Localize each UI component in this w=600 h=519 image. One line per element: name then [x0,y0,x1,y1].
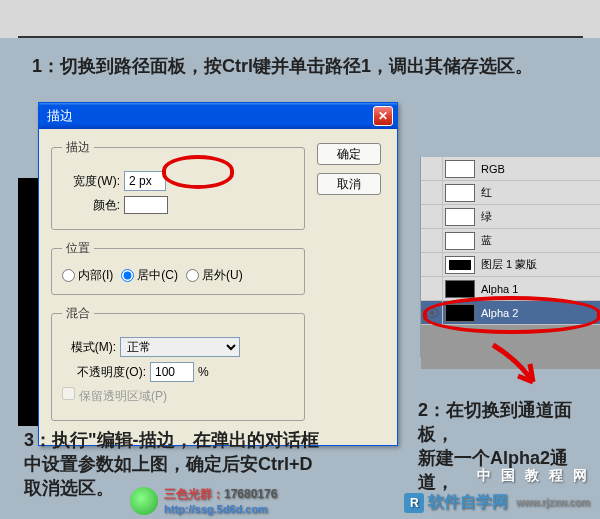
channel-label: Alpha 1 [479,283,600,295]
rjzxw-logo-icon: R [404,493,424,513]
channel-thumbnail [445,160,475,178]
watermark-ssg: 三色光群：17680176 http://ssg.5d6d.com [130,486,277,515]
mode-label: 模式(M): [62,339,116,356]
channel-thumbnail [445,304,475,322]
channel-row-蓝[interactable]: 蓝 [421,229,600,253]
stroke-dialog: 描边 ✕ 描边 宽度(W): 颜色: 位置 内部(I) 居 [38,102,398,446]
annotation-step1: 1：切换到路径面板，按Ctrl键并单击路径1，调出其储存选区。 [32,54,533,78]
channel-visibility-toggle[interactable] [421,229,443,252]
opacity-label: 不透明度(O): [62,364,146,381]
channel-row-绿[interactable]: 绿 [421,205,600,229]
preserve-checkbox-label: 保留透明区域(P) [62,387,167,405]
channel-label: 绿 [479,209,600,224]
channel-label: 红 [479,185,600,200]
preserve-checkbox [62,387,75,400]
width-input[interactable] [124,171,166,191]
radio-outside[interactable]: 居外(U) [186,267,243,284]
blend-group: 混合 模式(M): 正常 不透明度(O): % 保留透明区域(P) [51,305,305,421]
opacity-pct: % [198,365,209,379]
channels-blank [421,325,600,369]
width-label: 宽度(W): [62,173,120,190]
channel-visibility-toggle[interactable] [421,181,443,204]
channel-label: Alpha 2 [479,307,600,319]
channel-label: 蓝 [479,233,600,248]
mode-select[interactable]: 正常 [120,337,240,357]
channel-row-alpha-2[interactable]: Alpha 2 [421,301,600,325]
close-icon: ✕ [378,109,388,123]
position-legend: 位置 [62,240,94,257]
color-swatch[interactable] [124,196,168,214]
channel-row-图层-1-蒙版[interactable]: 图层 1 蒙版 [421,253,600,277]
channels-panel: RGB红绿蓝图层 1 蒙版Alpha 1Alpha 2 [420,157,600,357]
dialog-title: 描边 [47,107,373,125]
stroke-group: 描边 宽度(W): 颜色: [51,139,305,230]
eye-icon [425,308,439,318]
ssg-logo-icon [130,487,158,515]
channel-visibility-toggle[interactable] [421,301,443,324]
divider-line [18,36,583,38]
radio-center-input[interactable] [121,269,134,282]
radio-inside[interactable]: 内部(I) [62,267,113,284]
opacity-input[interactable] [150,362,194,382]
channel-thumbnail [445,208,475,226]
channel-thumbnail [445,184,475,202]
channel-visibility-toggle[interactable] [421,205,443,228]
channel-visibility-toggle[interactable] [421,157,443,180]
channel-row-rgb[interactable]: RGB [421,157,600,181]
ok-button[interactable]: 确定 [317,143,381,165]
channel-visibility-toggle[interactable] [421,253,443,276]
channel-thumbnail [445,232,475,250]
channel-row-alpha-1[interactable]: Alpha 1 [421,277,600,301]
channel-thumbnail [445,256,475,274]
watermark-cn-tutorial: 中 国 教 程 网 [477,467,590,485]
color-label: 颜色: [62,197,120,214]
position-group: 位置 内部(I) 居中(C) 居外(U) [51,240,305,295]
channel-row-红[interactable]: 红 [421,181,600,205]
radio-outside-input[interactable] [186,269,199,282]
stroke-legend: 描边 [62,139,94,156]
channel-thumbnail [445,280,475,298]
radio-center[interactable]: 居中(C) [121,267,178,284]
cancel-button[interactable]: 取消 [317,173,381,195]
close-button[interactable]: ✕ [373,106,393,126]
radio-inside-input[interactable] [62,269,75,282]
channel-label: RGB [479,163,600,175]
titlebar[interactable]: 描边 ✕ [39,103,397,129]
black-block [18,178,40,426]
bg-gray-bar [0,0,600,38]
channel-visibility-toggle[interactable] [421,277,443,300]
blend-legend: 混合 [62,305,94,322]
watermark-rjzxw: R 软件自学网 www.rjzxw.com [404,492,590,513]
channel-label: 图层 1 蒙版 [479,257,600,272]
